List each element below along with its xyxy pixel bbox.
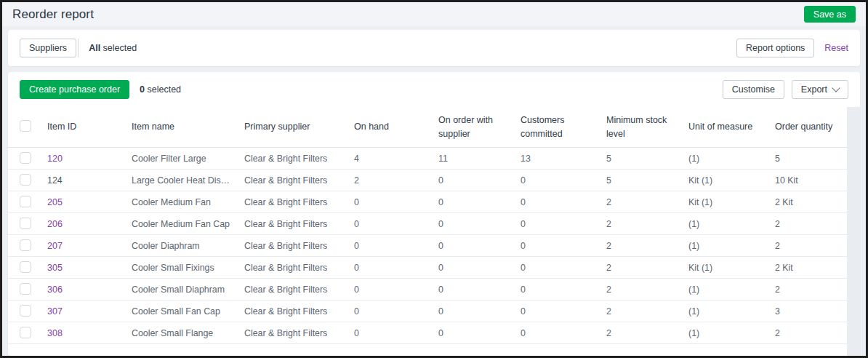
item-id-link[interactable]: 308 bbox=[47, 328, 63, 338]
column-header-unit-of-measure: Unit of measure bbox=[688, 120, 775, 133]
on-hand-cell: 0 bbox=[354, 285, 438, 295]
item-name-cell: Large Cooler Heat Dissip... bbox=[132, 175, 244, 186]
row-checkbox[interactable] bbox=[20, 174, 31, 186]
on-order-cell: 0 bbox=[438, 197, 521, 207]
item-name-cell: Cooler Diaphram bbox=[132, 241, 244, 251]
on-hand-cell: 0 bbox=[354, 306, 438, 317]
on-order-cell: 0 bbox=[438, 175, 521, 186]
item-id-link[interactable]: 307 bbox=[47, 306, 63, 317]
item-name-cell: Cooler Small Fixings bbox=[132, 263, 244, 273]
customers-committed-cell: 0 bbox=[521, 306, 606, 317]
unit-of-measure-cell: (1) bbox=[688, 285, 775, 295]
primary-supplier-cell: Clear & Bright Filters bbox=[244, 285, 354, 295]
row-checkbox[interactable] bbox=[20, 283, 31, 295]
item-name-cell: Cooler Medium Fan bbox=[132, 197, 244, 207]
table-row: 120 Cooler Filter Large Clear & Bright F… bbox=[8, 148, 847, 170]
primary-supplier-cell: Clear & Bright Filters bbox=[244, 328, 354, 338]
app-window: Reorder report Save as Suppliers All sel… bbox=[0, 0, 868, 358]
row-checkbox[interactable] bbox=[20, 196, 31, 207]
column-header-on-hand: On hand bbox=[354, 120, 438, 133]
report-options-button[interactable]: Report options bbox=[736, 39, 814, 57]
customers-committed-cell: 0 bbox=[521, 175, 606, 186]
row-checkbox-cell bbox=[20, 173, 47, 187]
order-quantity-cell: 2 bbox=[775, 219, 847, 229]
customise-button[interactable]: Customise bbox=[723, 80, 784, 99]
on-hand-cell: 0 bbox=[354, 219, 438, 229]
column-header-customers-committed: Customers committed bbox=[521, 114, 606, 140]
unit-of-measure-cell: (1) bbox=[688, 241, 775, 251]
item-id-cell: 205 bbox=[47, 197, 132, 207]
order-quantity-cell: 2 bbox=[775, 328, 847, 338]
table-body: 120 Cooler Filter Large Clear & Bright F… bbox=[8, 148, 847, 344]
item-id-cell: 306 bbox=[47, 285, 132, 295]
on-hand-cell: 0 bbox=[354, 241, 438, 251]
item-id-cell: 305 bbox=[47, 263, 132, 273]
item-id-cell: 124 bbox=[47, 175, 132, 186]
row-checkbox-cell bbox=[20, 195, 47, 209]
primary-supplier-cell: Clear & Bright Filters bbox=[244, 154, 354, 164]
item-id-link[interactable]: 306 bbox=[47, 285, 63, 295]
export-button[interactable]: Export bbox=[792, 80, 848, 99]
unit-of-measure-cell: (1) bbox=[688, 154, 775, 164]
item-id-link[interactable]: 206 bbox=[47, 219, 63, 229]
on-hand-cell: 0 bbox=[354, 197, 438, 207]
min-stock-level-cell: 5 bbox=[606, 154, 688, 164]
on-order-cell: 0 bbox=[438, 219, 521, 229]
on-order-cell: 11 bbox=[438, 154, 521, 164]
customers-committed-cell: 0 bbox=[521, 197, 606, 207]
primary-supplier-cell: Clear & Bright Filters bbox=[244, 263, 354, 273]
suppliers-filter-button[interactable]: Suppliers bbox=[20, 39, 76, 57]
unit-of-measure-cell: Kit (1) bbox=[688, 197, 775, 207]
primary-supplier-cell: Clear & Bright Filters bbox=[244, 241, 354, 251]
create-purchase-order-button[interactable]: Create purchase order bbox=[20, 80, 129, 99]
customers-committed-cell: 0 bbox=[521, 219, 606, 229]
on-order-cell: 0 bbox=[438, 306, 521, 317]
item-name-cell: Cooler Filter Large bbox=[132, 154, 244, 164]
row-checkbox[interactable] bbox=[20, 218, 31, 229]
column-header-order-quantity: Order quantity bbox=[775, 120, 847, 133]
item-id-link[interactable]: 305 bbox=[47, 263, 63, 273]
item-id-cell: 308 bbox=[47, 328, 132, 338]
on-hand-cell: 0 bbox=[354, 263, 438, 273]
column-header-item-name: Item name bbox=[132, 120, 244, 133]
table-scrollbar[interactable] bbox=[847, 107, 860, 356]
column-header-minimum-stock-level: Minimum stock level bbox=[606, 114, 688, 140]
item-id-link[interactable]: 205 bbox=[47, 197, 63, 207]
reset-link[interactable]: Reset bbox=[824, 43, 848, 53]
item-name-cell: Cooler Medium Fan Cap bbox=[132, 219, 244, 229]
row-checkbox[interactable] bbox=[20, 261, 31, 273]
item-id-link[interactable]: 120 bbox=[47, 154, 63, 164]
table-row: 308 Cooler Small Flange Clear & Bright F… bbox=[8, 322, 847, 344]
column-header-on-order-with-supplier: On order with supplier bbox=[438, 114, 521, 140]
column-header-item-id: Item ID bbox=[47, 120, 132, 133]
order-quantity-cell: 2 Kit bbox=[775, 263, 847, 273]
unit-of-measure-cell: (1) bbox=[688, 306, 775, 317]
min-stock-level-cell: 2 bbox=[606, 306, 688, 317]
chevron-down-icon bbox=[832, 84, 840, 92]
item-id-cell: 207 bbox=[47, 241, 132, 251]
item-name-cell: Cooler Small Flange bbox=[132, 328, 244, 338]
save-as-button[interactable]: Save as bbox=[804, 6, 856, 23]
row-checkbox[interactable] bbox=[20, 327, 31, 338]
table-row: 205 Cooler Medium Fan Clear & Bright Fil… bbox=[8, 191, 847, 213]
on-order-cell: 0 bbox=[438, 241, 521, 251]
on-order-cell: 0 bbox=[438, 285, 521, 295]
row-checkbox-cell bbox=[20, 151, 47, 165]
min-stock-level-cell: 2 bbox=[606, 285, 688, 295]
row-checkbox[interactable] bbox=[20, 305, 31, 317]
item-name-cell: Cooler Small Fan Cap bbox=[132, 306, 244, 317]
customers-committed-cell: 0 bbox=[521, 241, 606, 251]
item-id-cell: 307 bbox=[47, 306, 132, 317]
min-stock-level-cell: 2 bbox=[606, 241, 688, 251]
filter-selection-suffix: selected bbox=[100, 43, 137, 53]
item-name-cell: Cooler Small Diaphram bbox=[132, 285, 244, 295]
selected-count-suffix: selected bbox=[145, 84, 181, 95]
item-id-link[interactable]: 207 bbox=[47, 241, 63, 251]
export-label: Export bbox=[801, 84, 827, 95]
row-checkbox-cell bbox=[20, 326, 47, 340]
reorder-table: Item IDItem namePrimary supplierOn handO… bbox=[8, 107, 847, 356]
row-checkbox[interactable] bbox=[20, 239, 31, 251]
select-all-checkbox[interactable] bbox=[20, 120, 31, 132]
row-checkbox[interactable] bbox=[20, 152, 31, 164]
table-row: 306 Cooler Small Diaphram Clear & Bright… bbox=[8, 279, 847, 301]
